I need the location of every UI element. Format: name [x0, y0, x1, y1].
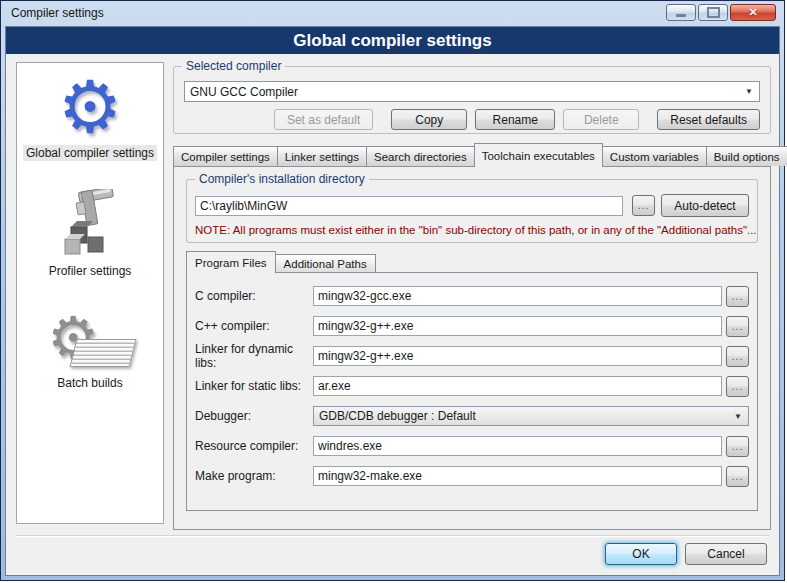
page-header: Global compiler settings — [6, 27, 779, 54]
tab-compiler-settings[interactable]: Compiler settings — [173, 146, 278, 166]
page-title: Global compiler settings — [293, 31, 491, 51]
program-files-panel: C compiler: ... C++ compiler: ... Linker… — [186, 272, 758, 511]
batch-builds-icon: ⚙ — [47, 309, 133, 373]
settings-sidebar: ⚙ Global compiler settings — [16, 62, 164, 524]
ellipsis-icon: ... — [732, 381, 743, 392]
chevron-down-icon: ▼ — [734, 412, 742, 421]
resource-compiler-input[interactable] — [313, 436, 722, 456]
c-compiler-browse-button[interactable]: ... — [726, 286, 749, 307]
compiler-select[interactable]: GNU GCC Compiler ▼ — [184, 81, 760, 102]
linker-static-input[interactable] — [313, 376, 722, 396]
chevron-down-icon: ▼ — [745, 87, 753, 96]
subtab-program-files[interactable]: Program Files — [186, 251, 276, 273]
tab-build-options[interactable]: Build options — [706, 146, 787, 166]
field-label: Make program: — [195, 469, 313, 483]
dialog-content: ⚙ Global compiler settings — [6, 54, 779, 575]
sidebar-item-profiler-settings[interactable]: Profiler settings — [46, 189, 135, 279]
caliper-icon — [55, 189, 125, 261]
ellipsis-icon: ... — [732, 471, 743, 482]
field-row-cpp-compiler: C++ compiler: ... — [187, 311, 757, 341]
tab-custom-variables[interactable]: Custom variables — [602, 146, 707, 166]
linker-dynamic-input[interactable] — [313, 346, 722, 366]
cpp-compiler-input[interactable] — [313, 316, 722, 336]
close-button[interactable]: ✕ — [730, 4, 776, 21]
installation-directory-legend: Compiler's installation directory — [195, 172, 369, 186]
reset-defaults-button[interactable]: Reset defaults — [657, 109, 760, 130]
field-row-linker-dynamic: Linker for dynamic libs: ... — [187, 341, 757, 371]
ellipsis-icon: ... — [732, 351, 743, 362]
field-label: Debugger: — [195, 409, 313, 423]
footer-separator — [16, 535, 769, 537]
field-row-linker-static: Linker for static libs: ... — [187, 371, 757, 401]
debugger-select[interactable]: GDB/CDB debugger : Default ▼ — [313, 406, 749, 426]
cancel-button[interactable]: Cancel — [685, 543, 767, 565]
set-as-default-button[interactable]: Set as default — [274, 109, 373, 130]
debugger-select-value: GDB/CDB debugger : Default — [319, 409, 476, 423]
rename-button[interactable]: Rename — [475, 109, 555, 130]
window-controls: ✕ — [666, 4, 776, 21]
sidebar-item-label: Batch builds — [54, 375, 125, 391]
sidebar-item-batch-builds[interactable]: ⚙ Batch builds — [47, 309, 133, 391]
sidebar-item-global-compiler-settings[interactable]: ⚙ Global compiler settings — [23, 71, 157, 161]
linker-static-browse-button[interactable]: ... — [726, 376, 749, 397]
installation-directory-input[interactable] — [195, 196, 623, 216]
footer-buttons: OK Cancel — [605, 543, 767, 565]
ok-button[interactable]: OK — [605, 543, 677, 565]
ellipsis-icon: ... — [638, 200, 649, 211]
ellipsis-icon: ... — [732, 441, 743, 452]
field-label: C++ compiler: — [195, 319, 313, 333]
close-icon: ✕ — [748, 6, 757, 19]
field-row-resource-compiler: Resource compiler: ... — [187, 431, 757, 461]
field-label: Resource compiler: — [195, 439, 313, 453]
window-title: Compiler settings — [11, 6, 104, 20]
field-label: C compiler: — [195, 289, 313, 303]
minimize-button[interactable] — [666, 4, 696, 21]
field-row-debugger: Debugger: GDB/CDB debugger : Default ▼ — [187, 401, 757, 431]
selected-compiler-legend: Selected compiler — [182, 59, 285, 73]
delete-button[interactable]: Delete — [563, 109, 639, 130]
installation-directory-group: Compiler's installation directory ... Au… — [186, 179, 758, 243]
ellipsis-icon: ... — [732, 321, 743, 332]
installation-note: NOTE: All programs must exist either in … — [195, 224, 757, 236]
make-program-input[interactable] — [313, 466, 722, 486]
program-files-tabstrip: Program Files Additional Paths — [186, 252, 376, 273]
field-label: Linker for dynamic libs: — [195, 342, 313, 370]
c-compiler-input[interactable] — [313, 286, 722, 306]
copy-button[interactable]: Copy — [391, 109, 467, 130]
compiler-buttons-row: Set as default Copy Rename Delete Reset … — [274, 109, 760, 130]
resource-compiler-browse-button[interactable]: ... — [726, 436, 749, 457]
sidebar-item-label: Profiler settings — [46, 263, 135, 279]
settings-tabstrip: Compiler settings Linker settings Search… — [173, 144, 771, 167]
field-row-make-program: Make program: ... — [187, 461, 757, 491]
blue-gear-icon: ⚙ — [58, 71, 123, 143]
toolchain-executables-panel: Compiler's installation directory ... Au… — [173, 166, 771, 530]
dialog-body: Global compiler settings ⚙ Global compil… — [5, 26, 780, 576]
ellipsis-icon: ... — [732, 291, 743, 302]
sidebar-item-label: Global compiler settings — [23, 145, 157, 161]
linker-dynamic-browse-button[interactable]: ... — [726, 346, 749, 367]
tab-linker-settings[interactable]: Linker settings — [277, 146, 367, 166]
auto-detect-button[interactable]: Auto-detect — [661, 194, 749, 217]
make-program-browse-button[interactable]: ... — [726, 466, 749, 487]
minimize-icon — [676, 14, 686, 17]
compiler-select-value: GNU GCC Compiler — [190, 85, 298, 99]
compiler-settings-dialog: Compiler settings ✕ Global compiler sett… — [0, 0, 785, 581]
field-label: Linker for static libs: — [195, 379, 313, 393]
installation-directory-browse-button[interactable]: ... — [632, 195, 655, 216]
selected-compiler-group: Selected compiler GNU GCC Compiler ▼ Set… — [173, 66, 771, 134]
cpp-compiler-browse-button[interactable]: ... — [726, 316, 749, 337]
maximize-icon — [707, 7, 720, 18]
maximize-button[interactable] — [698, 4, 728, 21]
tab-search-directories[interactable]: Search directories — [366, 146, 475, 166]
field-row-c-compiler: C compiler: ... — [187, 281, 757, 311]
subtab-additional-paths[interactable]: Additional Paths — [275, 254, 376, 272]
tab-toolchain-executables[interactable]: Toolchain executables — [474, 143, 603, 167]
